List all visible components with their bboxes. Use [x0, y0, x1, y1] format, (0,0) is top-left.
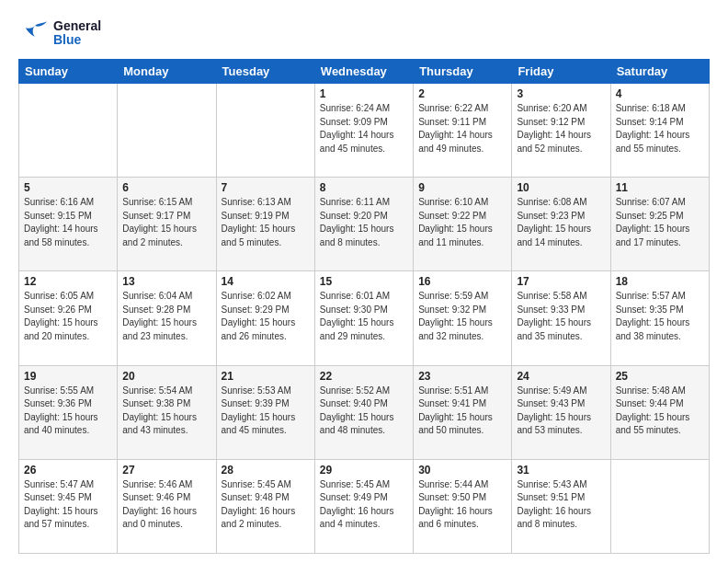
- cell-info: Sunrise: 5:48 AMSunset: 9:44 PMDaylight:…: [616, 385, 704, 438]
- day-number: 30: [418, 464, 506, 477]
- calendar-cell: 21Sunrise: 5:53 AMSunset: 9:39 PMDayligh…: [216, 365, 314, 459]
- cell-info: Sunrise: 5:43 AMSunset: 9:51 PMDaylight:…: [517, 478, 605, 532]
- calendar-cell: 30Sunrise: 5:44 AMSunset: 9:50 PMDayligh…: [414, 459, 512, 553]
- calendar-cell: 13Sunrise: 6:04 AMSunset: 9:28 PMDayligh…: [118, 271, 216, 365]
- cell-info: Sunrise: 6:04 AMSunset: 9:28 PMDaylight:…: [122, 290, 210, 343]
- calendar-cell: 16Sunrise: 5:59 AMSunset: 9:32 PMDayligh…: [414, 271, 512, 365]
- calendar-cell: 26Sunrise: 5:47 AMSunset: 9:45 PMDayligh…: [19, 459, 118, 553]
- day-number: 20: [122, 370, 210, 383]
- day-number: 1: [320, 87, 408, 100]
- cell-info: Sunrise: 5:59 AMSunset: 9:32 PMDaylight:…: [418, 290, 506, 343]
- day-number: 26: [24, 464, 112, 477]
- calendar-cell: 24Sunrise: 5:49 AMSunset: 9:43 PMDayligh…: [512, 365, 610, 459]
- weekday-wednesday: Wednesday: [314, 60, 413, 84]
- logo-blue: Blue: [53, 33, 101, 47]
- cell-info: Sunrise: 5:54 AMSunset: 9:38 PMDaylight:…: [122, 385, 210, 438]
- cell-info: Sunrise: 6:02 AMSunset: 9:29 PMDaylight:…: [222, 290, 310, 343]
- calendar-cell: 9Sunrise: 6:10 AMSunset: 9:22 PMDaylight…: [414, 178, 512, 271]
- day-number: 6: [122, 181, 210, 194]
- cell-info: Sunrise: 5:49 AMSunset: 9:43 PMDaylight:…: [517, 385, 605, 438]
- day-number: 8: [320, 181, 408, 194]
- day-number: 3: [517, 87, 605, 100]
- week-row-1: 1Sunrise: 6:24 AMSunset: 9:09 PMDaylight…: [19, 84, 710, 178]
- calendar-cell: 15Sunrise: 6:01 AMSunset: 9:30 PMDayligh…: [314, 271, 413, 365]
- calendar-cell: 4Sunrise: 6:18 AMSunset: 9:14 PMDaylight…: [610, 84, 709, 178]
- calendar-cell: 28Sunrise: 5:45 AMSunset: 9:48 PMDayligh…: [216, 459, 314, 553]
- calendar-cell: 6Sunrise: 6:15 AMSunset: 9:17 PMDaylight…: [118, 178, 216, 271]
- calendar-cell: 12Sunrise: 6:05 AMSunset: 9:26 PMDayligh…: [19, 271, 118, 365]
- cell-info: Sunrise: 6:15 AMSunset: 9:17 PMDaylight:…: [122, 196, 210, 249]
- day-number: 24: [517, 370, 605, 383]
- calendar-cell: 23Sunrise: 5:51 AMSunset: 9:41 PMDayligh…: [414, 365, 512, 459]
- day-number: 15: [320, 275, 408, 288]
- calendar-cell: 2Sunrise: 6:22 AMSunset: 9:11 PMDaylight…: [414, 84, 512, 178]
- cell-info: Sunrise: 6:05 AMSunset: 9:26 PMDaylight:…: [24, 290, 112, 343]
- cell-info: Sunrise: 5:53 AMSunset: 9:39 PMDaylight:…: [222, 385, 310, 438]
- week-row-3: 12Sunrise: 6:05 AMSunset: 9:26 PMDayligh…: [19, 271, 710, 365]
- weekday-friday: Friday: [512, 60, 610, 84]
- week-row-4: 19Sunrise: 5:55 AMSunset: 9:36 PMDayligh…: [19, 365, 710, 459]
- day-number: 19: [24, 370, 112, 383]
- cell-info: Sunrise: 6:01 AMSunset: 9:30 PMDaylight:…: [320, 290, 408, 343]
- calendar-cell: [19, 84, 118, 178]
- calendar-cell: 29Sunrise: 5:45 AMSunset: 9:49 PMDayligh…: [314, 459, 413, 553]
- cell-info: Sunrise: 6:07 AMSunset: 9:25 PMDaylight:…: [616, 196, 704, 249]
- weekday-saturday: Saturday: [610, 60, 709, 84]
- day-number: 21: [222, 370, 310, 383]
- day-number: 25: [616, 370, 704, 383]
- day-number: 12: [24, 275, 112, 288]
- cell-info: Sunrise: 5:44 AMSunset: 9:50 PMDaylight:…: [418, 478, 506, 532]
- cell-info: Sunrise: 5:45 AMSunset: 9:49 PMDaylight:…: [320, 478, 408, 532]
- calendar-cell: 8Sunrise: 6:11 AMSunset: 9:20 PMDaylight…: [314, 178, 413, 271]
- logo-bird-icon: [18, 17, 51, 50]
- logo-general: General: [53, 19, 101, 33]
- day-number: 17: [517, 275, 605, 288]
- week-row-5: 26Sunrise: 5:47 AMSunset: 9:45 PMDayligh…: [19, 459, 710, 553]
- weekday-header: SundayMondayTuesdayWednesdayThursdayFrid…: [19, 60, 710, 84]
- calendar-cell: 11Sunrise: 6:07 AMSunset: 9:25 PMDayligh…: [610, 178, 709, 271]
- cell-info: Sunrise: 6:11 AMSunset: 9:20 PMDaylight:…: [320, 196, 408, 249]
- day-number: 11: [616, 181, 704, 194]
- day-number: 22: [320, 370, 408, 383]
- day-number: 9: [418, 181, 506, 194]
- day-number: 16: [418, 275, 506, 288]
- day-number: 29: [320, 464, 408, 477]
- cell-info: Sunrise: 6:18 AMSunset: 9:14 PMDaylight:…: [616, 102, 704, 155]
- day-number: 31: [517, 464, 605, 477]
- day-number: 13: [122, 275, 210, 288]
- calendar-cell: 14Sunrise: 6:02 AMSunset: 9:29 PMDayligh…: [216, 271, 314, 365]
- calendar-cell: 1Sunrise: 6:24 AMSunset: 9:09 PMDaylight…: [314, 84, 413, 178]
- week-row-2: 5Sunrise: 6:16 AMSunset: 9:15 PMDaylight…: [19, 178, 710, 271]
- calendar-cell: 3Sunrise: 6:20 AMSunset: 9:12 PMDaylight…: [512, 84, 610, 178]
- calendar-cell: 31Sunrise: 5:43 AMSunset: 9:51 PMDayligh…: [512, 459, 610, 553]
- day-number: 7: [222, 181, 310, 194]
- calendar-cell: 19Sunrise: 5:55 AMSunset: 9:36 PMDayligh…: [19, 365, 118, 459]
- cell-info: Sunrise: 5:51 AMSunset: 9:41 PMDaylight:…: [418, 385, 506, 438]
- calendar-cell: 27Sunrise: 5:46 AMSunset: 9:46 PMDayligh…: [118, 459, 216, 553]
- calendar-cell: 10Sunrise: 6:08 AMSunset: 9:23 PMDayligh…: [512, 178, 610, 271]
- cell-info: Sunrise: 5:47 AMSunset: 9:45 PMDaylight:…: [24, 478, 112, 532]
- calendar-cell: 20Sunrise: 5:54 AMSunset: 9:38 PMDayligh…: [118, 365, 216, 459]
- calendar-cell: 25Sunrise: 5:48 AMSunset: 9:44 PMDayligh…: [610, 365, 709, 459]
- cell-info: Sunrise: 6:16 AMSunset: 9:15 PMDaylight:…: [24, 196, 112, 249]
- logo-svg: General Blue: [18, 17, 101, 50]
- calendar-cell: 5Sunrise: 6:16 AMSunset: 9:15 PMDaylight…: [19, 178, 118, 271]
- weekday-sunday: Sunday: [19, 60, 118, 84]
- cell-info: Sunrise: 6:24 AMSunset: 9:09 PMDaylight:…: [320, 102, 408, 155]
- cell-info: Sunrise: 6:10 AMSunset: 9:22 PMDaylight:…: [418, 196, 506, 249]
- day-number: 10: [517, 181, 605, 194]
- weekday-tuesday: Tuesday: [216, 60, 314, 84]
- cell-info: Sunrise: 5:57 AMSunset: 9:35 PMDaylight:…: [616, 290, 704, 343]
- cell-info: Sunrise: 5:45 AMSunset: 9:48 PMDaylight:…: [222, 478, 310, 532]
- cell-info: Sunrise: 6:13 AMSunset: 9:19 PMDaylight:…: [222, 196, 310, 249]
- calendar-cell: 22Sunrise: 5:52 AMSunset: 9:40 PMDayligh…: [314, 365, 413, 459]
- calendar-cell: 7Sunrise: 6:13 AMSunset: 9:19 PMDaylight…: [216, 178, 314, 271]
- calendar-cell: [610, 459, 709, 553]
- cell-info: Sunrise: 5:55 AMSunset: 9:36 PMDaylight:…: [24, 385, 112, 438]
- cell-info: Sunrise: 6:20 AMSunset: 9:12 PMDaylight:…: [517, 102, 605, 155]
- weekday-monday: Monday: [118, 60, 216, 84]
- day-number: 18: [616, 275, 704, 288]
- cell-info: Sunrise: 5:58 AMSunset: 9:33 PMDaylight:…: [517, 290, 605, 343]
- calendar-cell: [118, 84, 216, 178]
- day-number: 14: [222, 275, 310, 288]
